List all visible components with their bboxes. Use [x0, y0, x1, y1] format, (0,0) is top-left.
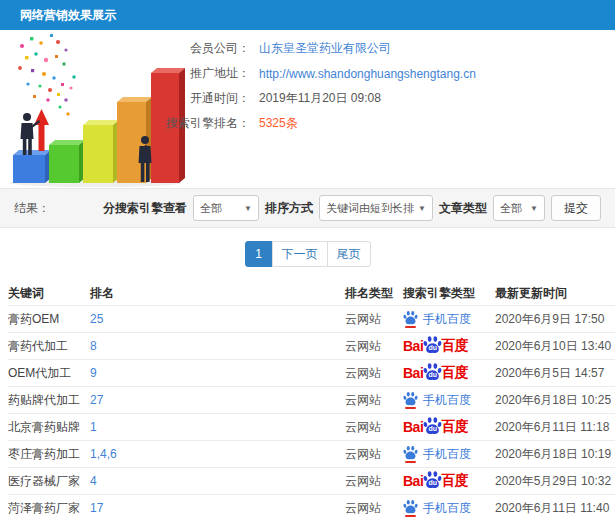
- baidu-bai-text: Bai: [403, 365, 423, 381]
- rank-cell: 27: [90, 393, 345, 407]
- update-time-cell: 2020年6月10日 13:40: [495, 338, 615, 355]
- red-underline: [405, 461, 416, 463]
- baidu-suffix-text: 百度: [441, 472, 468, 490]
- rank-cell: 9: [90, 366, 345, 380]
- mobile-baidu-badge: 手机百度: [403, 445, 471, 463]
- keyword-cell: 膏药OEM: [8, 311, 90, 328]
- rank-link[interactable]: 25: [90, 312, 103, 326]
- rank-link[interactable]: 17: [90, 501, 103, 515]
- update-time-cell: 2020年6月9日 17:50: [495, 311, 615, 328]
- last-page-button[interactable]: 尾页: [327, 241, 371, 267]
- rank-link[interactable]: 1: [90, 420, 97, 434]
- engine-type-cell: Bai du 百度: [403, 337, 495, 355]
- mobile-baidu-label: 手机百度: [423, 446, 471, 463]
- rank-cell: 25: [90, 312, 345, 326]
- engine-type-cell: 手机百度: [403, 445, 495, 463]
- rank-type-cell: 云网站: [345, 365, 403, 382]
- table-row: OEM代加工 9 云网站 Bai du 百度 2020年6月5日 14:57: [8, 359, 615, 386]
- bar-blue: [13, 150, 51, 183]
- baidu-suffix-text: 百度: [441, 364, 468, 382]
- keyword-cell: OEM代加工: [8, 365, 90, 382]
- results-label: 结果：: [14, 200, 50, 217]
- table-row: 菏泽膏药厂家 17 云网站 手机百度 2020年6月11日 11:40: [8, 494, 615, 520]
- keyword-cell: 北京膏药贴牌: [8, 419, 90, 436]
- pagination: 1 下一页 尾页: [0, 228, 615, 281]
- rank-link[interactable]: 1,4,6: [90, 447, 117, 461]
- mobile-baidu-label: 手机百度: [423, 500, 471, 517]
- mobile-baidu-badge: 手机百度: [403, 499, 471, 517]
- engine-view-select[interactable]: 全部 ▼: [193, 195, 259, 221]
- marketing-report-page: 网络营销效果展示: [0, 0, 615, 520]
- rank-type-cell: 云网站: [345, 338, 403, 355]
- rank-cell: 1: [90, 420, 345, 434]
- baidu-bai-text: Bai: [403, 338, 423, 354]
- engine-type-cell: 手机百度: [403, 391, 495, 409]
- table-row: 药贴牌代加工 27 云网站 手机百度 2020年6月18日 10:25: [8, 386, 615, 413]
- rank-cell: 8: [90, 339, 345, 353]
- promo-url-row: 推广地址： http://www.shandonghuangshengtang.…: [132, 61, 615, 86]
- keyword-cell: 膏药代加工: [8, 338, 90, 355]
- table-row: 枣庄膏药加工 1,4,6 云网站 手机百度 2020年6月18日 10:19: [8, 440, 615, 467]
- rank-type-cell: 云网站: [345, 392, 403, 409]
- submit-button[interactable]: 提交: [551, 195, 601, 221]
- table-row: 膏药OEM 25 云网站 手机百度 2020年6月9日 17:50: [8, 305, 615, 332]
- baidu-pc-badge: Bai du 百度: [403, 364, 468, 382]
- rank-type-cell: 云网站: [345, 500, 403, 517]
- baidu-paw-icon: du: [423, 416, 442, 435]
- baidu-bai-text: Bai: [403, 473, 423, 489]
- promo-url-label: 推广地址：: [132, 65, 250, 82]
- rank-link[interactable]: 4: [90, 474, 97, 488]
- mobile-baidu-label: 手机百度: [423, 392, 471, 409]
- baidu-paw-icon: [403, 310, 418, 328]
- col-header-rank-type: 排名类型: [345, 285, 403, 302]
- update-time-cell: 2020年5月29日 10:32: [495, 473, 615, 490]
- baidu-paw-icon: [403, 445, 418, 463]
- rank-type-cell: 云网站: [345, 446, 403, 463]
- article-type-select[interactable]: 全部 ▼: [493, 195, 545, 221]
- keyword-cell: 药贴牌代加工: [8, 392, 90, 409]
- promo-url-link[interactable]: http://www.shandonghuangshengtang.cn: [259, 67, 476, 81]
- page-title: 网络营销效果展示: [20, 8, 116, 22]
- baidu-bai-text: Bai: [403, 419, 423, 435]
- baidu-suffix-text: 百度: [441, 418, 468, 436]
- mobile-baidu-badge: 手机百度: [403, 391, 471, 409]
- baidu-du-text: du: [423, 344, 442, 351]
- rank-cell: 1,4,6: [90, 447, 345, 461]
- keyword-ranking-table: 关键词 排名 排名类型 搜索引擎类型 最新更新时间 膏药OEM 25 云网站 手…: [0, 281, 615, 520]
- results-filter-bar: 结果： 分搜索引擎查看 全部 ▼ 排序方式 关键词由短到长排序 ▼ 文章类型 全…: [0, 188, 615, 228]
- rank-link[interactable]: 8: [90, 339, 97, 353]
- keyword-cell: 医疗器械厂家: [8, 473, 90, 490]
- baidu-paw-icon: du: [423, 470, 442, 489]
- baidu-pc-badge: Bai du 百度: [403, 472, 468, 490]
- rank-link[interactable]: 27: [90, 393, 103, 407]
- next-page-button[interactable]: 下一页: [272, 241, 328, 267]
- baidu-pc-badge: Bai du 百度: [403, 418, 468, 436]
- chevron-down-icon: ▼: [526, 204, 538, 213]
- ranking-count-label: 搜索引擎排名：: [132, 115, 250, 132]
- baidu-du-text: du: [423, 371, 442, 378]
- filter-controls: 分搜索引擎查看 全部 ▼ 排序方式 关键词由短到长排序 ▼ 文章类型 全部 ▼ …: [103, 195, 601, 221]
- keyword-cell: 菏泽膏药厂家: [8, 500, 90, 517]
- update-time-cell: 2020年6月11日 11:18: [495, 419, 615, 436]
- table-row: 膏药代加工 8 云网站 Bai du 百度 2020年6月10日 13:40: [8, 332, 615, 359]
- chevron-down-icon: ▼: [240, 204, 252, 213]
- ranking-count-value: 5325条: [259, 115, 298, 132]
- rank-link[interactable]: 9: [90, 366, 97, 380]
- mobile-baidu-label: 手机百度: [423, 311, 471, 328]
- red-underline: [405, 515, 416, 517]
- engine-type-cell: Bai du 百度: [403, 364, 495, 382]
- col-header-keyword: 关键词: [8, 285, 90, 302]
- update-time-cell: 2020年6月5日 14:57: [495, 365, 615, 382]
- page-header: 网络营销效果展示: [0, 0, 615, 30]
- page-1-button[interactable]: 1: [245, 241, 273, 267]
- baidu-pc-badge: Bai du 百度: [403, 337, 468, 355]
- engine-type-cell: 手机百度: [403, 310, 495, 328]
- member-company-link[interactable]: 山东皇圣堂药业有限公司: [259, 41, 391, 55]
- baidu-paw-icon: du: [423, 335, 442, 354]
- table-body: 膏药OEM 25 云网站 手机百度 2020年6月9日 17:50: [8, 305, 615, 520]
- sort-select[interactable]: 关键词由短到长排序 ▼: [319, 195, 433, 221]
- article-type-label: 文章类型: [439, 200, 487, 217]
- member-company-label: 会员公司：: [132, 40, 250, 57]
- info-section: 会员公司： 山东皇圣堂药业有限公司 推广地址： http://www.shand…: [0, 30, 615, 188]
- baidu-du-text: du: [423, 479, 442, 486]
